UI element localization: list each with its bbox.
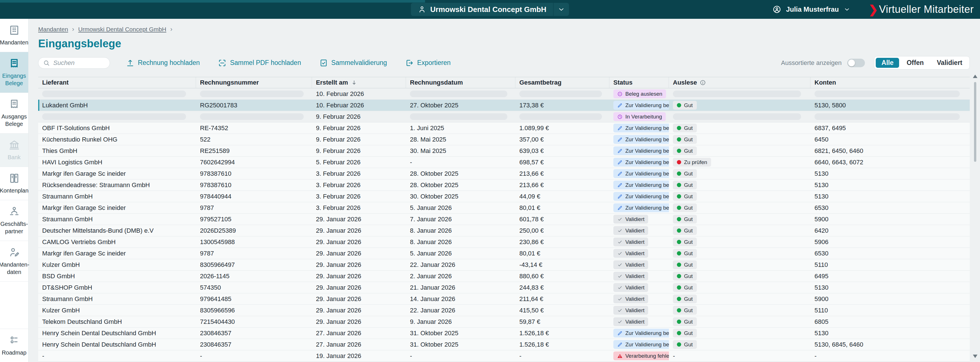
column-header-lieferant[interactable]: Lieferant [38,77,196,88]
cell-lieferant: Straumann GmbH [38,293,196,305]
table-row[interactable]: DT&SHOP GmbH57435029. Januar 202621. Jan… [38,282,970,293]
status-label: Zur Validierung bereit [625,171,669,177]
sidebar-item-mandanten[interactable]: Mandanten [0,19,28,52]
sammelvalidierung-button[interactable]: Sammelvalidierung [319,59,387,67]
pencil-icon [617,148,623,154]
column-header-rechnungsnummer[interactable]: Rechnungsnummer [196,77,312,88]
auslese-pill: Gut [673,124,697,132]
table-row[interactable]: Deutscher Mittelstands-Bund (DMB) e.V202… [38,225,970,237]
check-icon [617,262,623,268]
search-input[interactable] [53,59,105,67]
auslese-label: Gut [684,227,693,234]
auslese-label: Gut [684,194,693,200]
sidebar: MandantenEingangsBelegeAusgangsBelegeBan… [0,19,29,362]
pencil-icon [617,103,623,108]
cell-erstellt: 19. Januar 2026 [312,350,406,362]
table-row[interactable]: Straumann GmbH9784409443. Februar 202630… [38,191,970,202]
cell-betrag [515,88,609,99]
sidebar-item-kontenplan[interactable]: Kontenplan [0,167,28,200]
table-row[interactable]: Lukadent GmbHRG2500178310. Februar 20262… [38,100,970,111]
table-row[interactable]: OBF IT-Solutions GmbHRE-743529. Februar … [38,122,970,134]
table-row[interactable]: BSD GmbH2026-114529. Januar 20262. Janua… [38,271,970,282]
table-scrollbar[interactable] [972,75,978,358]
table-body: 10. Februar 2026Beleg auslesenLukadent G… [38,88,970,362]
cell-konten: 5900 [810,293,970,305]
sidebar-item-mandantendaten[interactable]: Mandanten-daten [0,241,28,282]
table-row[interactable]: Telekom Deutschland GmbH721540443029. Ja… [38,316,970,327]
cell-konten: 6530 [810,248,970,259]
table-row[interactable]: CAMLOG Vertriebs GmbH130054598829. Janua… [38,237,970,248]
table-row[interactable]: 9. Februar 2026In Verarbeitung [38,111,970,122]
cell-status: Validiert [609,214,669,225]
auslese-dot [677,126,681,130]
table-row[interactable]: Markgr ifen Garage Sc ineider9783876103.… [38,168,970,179]
scroll-up-icon[interactable] [973,75,977,78]
sidebar-item-ausgangs-belege[interactable]: AusgangsBelege [0,93,28,133]
column-header-status[interactable]: Status [609,77,669,88]
sidebar-item-eingangs-belege[interactable]: EingangsBelege [0,52,28,93]
cell-auslese [669,88,810,99]
aussortierte-toggle[interactable] [847,59,865,67]
sidebar-item-geschaeftspartner[interactable]: Geschäfts-partner [0,200,28,241]
filter-option-validiert[interactable]: Validiert [931,58,968,68]
cell-konten [810,88,970,99]
check-icon [617,228,623,233]
cell-lieferant [38,88,196,99]
scroll-down-icon[interactable] [973,355,977,358]
sidebar-item-roadmap[interactable]: Roadmap [0,329,28,362]
cell-lieferant: Straumann GmbH [38,214,196,225]
scrollbar-thumb[interactable] [974,82,976,162]
table-row[interactable]: Straumann GmbH97964148529. Januar 202614… [38,293,970,305]
column-header-datum[interactable]: Rechnungsdatum [406,77,515,88]
button-label: Rechnung hochladen [138,59,200,67]
table-row[interactable]: Markgr ifen Garage Sc ineider978729. Jan… [38,248,970,259]
table-row[interactable]: 10. Februar 2026Beleg auslesen [38,88,970,100]
user-menu[interactable]: Julia Musterfrau [772,5,850,14]
table-row[interactable]: Henry Schein Dental Deutschland GmbH2308… [38,327,970,339]
cell-betrag: 59,87 € [515,316,609,327]
column-header-konten[interactable]: Konten [810,77,970,88]
cell-erstellt: 29. Januar 2026 [312,271,406,282]
cell-lieferant: Lukadent GmbH [38,100,196,111]
auslese-label: Gut [684,296,693,302]
filter-option-alle[interactable]: Alle [876,58,899,68]
breadcrumb-link[interactable]: Urmowski Dental Concept GmbH [78,26,166,33]
cell-rechnungsnummer: RE-74352 [196,122,312,133]
column-label: Rechnungsnummer [200,79,259,86]
table-row[interactable]: Thies GmbHRE2515899. Februar 202630. Mai… [38,145,970,157]
table-row[interactable]: Straumann GmbH97952710529. Januar 20267.… [38,214,970,225]
table-row[interactable]: --19. Januar 2026--Verarbeitung fehlerha… [38,350,970,362]
pencil-icon [617,182,623,188]
table-row[interactable]: HAVI Logistics GmbH76026429945. Februar … [38,157,970,168]
status-badge: Zur Validierung bereit [613,329,669,338]
sidebar-spacer [0,282,28,329]
breadcrumb-link[interactable]: Mandanten [38,26,68,33]
status-badge: Zur Validierung bereit [613,124,669,132]
table-row[interactable]: Markgr ifen Garage Sc ineider97873. Febr… [38,202,970,214]
cell-datum: 28. Mai 2025 [406,134,515,145]
cell-lieferant: Henry Schein Dental Deutschland GmbH [38,327,196,339]
table-row[interactable]: Rücksendeadresse: Straumann GmbH97838761… [38,179,970,191]
table-row[interactable]: Kulzer GmbH830596659629. Januar 202622. … [38,305,970,316]
exportieren-button[interactable]: Exportieren [405,59,451,67]
cell-konten: 5130 [810,179,970,191]
sammel-pdf-hochladen-button[interactable]: Sammel PDF hochladen [218,59,301,67]
cell-betrag: 357,00 € [515,134,609,145]
auslese-label: Zu prüfen [684,159,707,165]
company-selector-caret[interactable] [553,3,569,16]
table-row[interactable]: Küchenstudio Runkel OHG5229. Februar 202… [38,134,970,145]
status-label: Validiert [625,296,644,302]
column-header-betrag[interactable]: Gesamtbetrag [515,77,609,88]
table-row[interactable]: Kulzer GmbH830596649729. Januar 202622. … [38,259,970,271]
button-label: Sammelvalidierung [331,59,387,67]
table-row[interactable]: Henry Schein Dental Deutschland GmbH2308… [38,339,970,350]
search-icon [43,60,50,67]
company-selector[interactable]: Urmowski Dental Concept GmbH [411,3,569,16]
rechnung-hochladen-button[interactable]: Rechnung hochladen [126,59,200,67]
filter-option-offen[interactable]: Offen [901,58,929,68]
column-header-erstellt[interactable]: Erstellt am [312,77,406,88]
status-badge: Zur Validierung bereit [613,192,669,201]
search-box[interactable] [38,57,110,69]
cell-erstellt: 27. Januar 2026 [312,339,406,350]
column-header-auslese[interactable]: Auslese [669,77,810,88]
